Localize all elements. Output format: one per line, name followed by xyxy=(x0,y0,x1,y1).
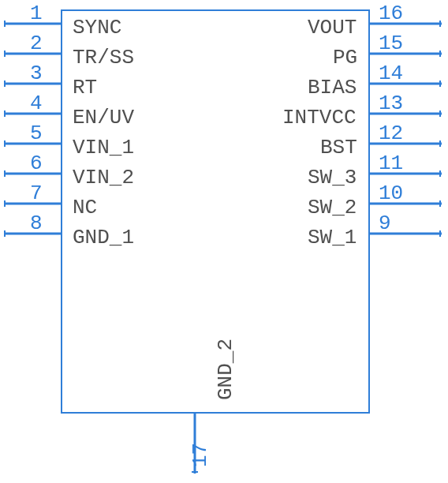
pin-label-7: NC xyxy=(73,196,97,219)
pin-label-11: SW_3 xyxy=(308,166,357,189)
pin-number-8: 8 xyxy=(30,212,43,235)
pin-label-2: TR/SS xyxy=(73,46,134,69)
pin-label-1: SYNC xyxy=(73,16,121,39)
pin-number-4: 4 xyxy=(30,92,43,115)
pin-number-5: 5 xyxy=(30,122,43,145)
pin-label-12: BST xyxy=(320,136,357,159)
pin-number-16: 16 xyxy=(379,2,403,25)
pin-number-14: 14 xyxy=(379,62,403,85)
pin-number-12: 12 xyxy=(379,122,403,145)
pin-label-17: GND_2 xyxy=(214,339,237,400)
pin-label-8: GND_1 xyxy=(73,226,134,249)
pin-number-15: 15 xyxy=(379,32,403,55)
pin-label-15: PG xyxy=(333,46,357,69)
pin-number-13: 13 xyxy=(379,92,403,115)
pin-number-11: 11 xyxy=(379,152,403,175)
pin-label-3: RT xyxy=(73,76,97,99)
pin-number-2: 2 xyxy=(30,32,43,55)
pin-label-5: VIN_1 xyxy=(73,136,134,159)
pin-label-13: INTVCC xyxy=(282,106,357,129)
pin-number-9: 9 xyxy=(379,212,391,235)
pin-number-7: 7 xyxy=(30,182,43,205)
pin-number-6: 6 xyxy=(30,152,43,175)
pin-number-17: 17 xyxy=(189,443,212,467)
pin-label-9: SW_1 xyxy=(308,226,357,249)
pin-label-16: VOUT xyxy=(308,16,357,39)
pin-label-10: SW_2 xyxy=(308,196,357,219)
pin-number-3: 3 xyxy=(30,62,43,85)
pin-number-10: 10 xyxy=(379,182,403,205)
pin-label-6: VIN_2 xyxy=(73,166,134,189)
pin-number-1: 1 xyxy=(30,2,43,25)
pin-label-4: EN/UV xyxy=(73,106,134,129)
pin-label-14: BIAS xyxy=(308,76,357,99)
